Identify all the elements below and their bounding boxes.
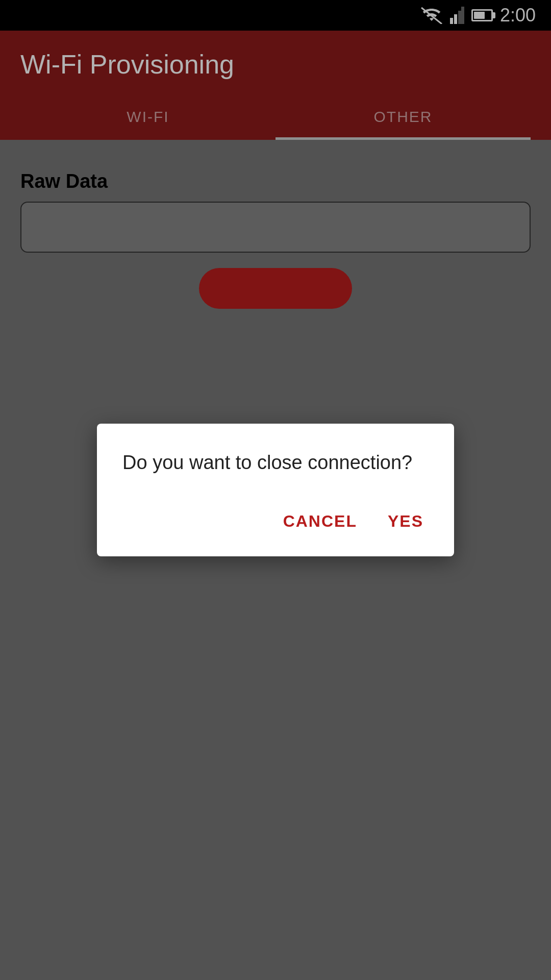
- dialog-message: Do you want to close connection?: [122, 449, 429, 476]
- dialog-buttons: CANCEL YES: [122, 502, 429, 541]
- cancel-button[interactable]: CANCEL: [278, 502, 362, 541]
- yes-button[interactable]: YES: [383, 502, 429, 541]
- dialog: Do you want to close connection? CANCEL …: [97, 424, 454, 556]
- dialog-overlay: Do you want to close connection? CANCEL …: [0, 0, 551, 980]
